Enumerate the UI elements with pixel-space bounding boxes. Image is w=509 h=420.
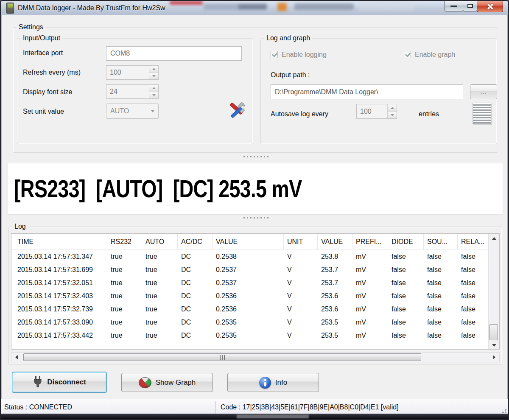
scroll-right-button[interactable] [489,353,499,362]
spin-down-button[interactable] [149,73,158,80]
info-icon [259,377,271,389]
table-cell: false [388,263,424,276]
chevron-up-icon [152,87,156,89]
horizontal-scroll-thumb[interactable] [23,353,421,361]
interface-port-input[interactable]: COM8 [106,46,242,61]
chevron-down-icon [147,110,158,112]
table-cell: true [107,289,142,302]
maximize-icon [467,4,473,8]
chevron-down-icon [152,94,156,96]
output-path-value: D:\Programme\DMM Data Logger\ [275,88,378,96]
chevron-down-icon [152,75,156,77]
table-row[interactable]: 2015.03.14 17:57:31.699truetrueDC0.2537V… [11,263,499,276]
table-cell: false [458,289,488,302]
table-row[interactable]: 2015.03.14 17:57:33.442truetrueDC0.2535V… [11,329,499,342]
table-cell: 253.8 [318,250,352,263]
display-font-size-label: Display font size [23,88,73,96]
column-header[interactable]: RS232 [107,234,142,249]
table-cell: false [424,263,458,276]
column-header[interactable]: UNIT [284,234,318,249]
background-window-blur [277,3,287,11]
table-cell: mV [352,289,388,302]
table-cell: true [142,289,178,302]
splitter-handle[interactable] [243,217,268,218]
table-cell: false [458,276,488,289]
autosave-stepper[interactable]: 100 [356,104,397,119]
column-header[interactable]: AUTO [142,234,178,249]
column-header[interactable]: RELA... [458,234,488,249]
output-path-input[interactable]: D:\Programme\DMM Data Logger\ [271,84,463,99]
table-cell: DC [178,329,213,342]
vertical-scroll-thumb[interactable] [489,324,498,340]
table-row[interactable]: 2015.03.14 17:57:32.739truetrueDC0.2536V… [11,302,499,316]
table-cell: 253.5 [318,316,352,329]
column-header[interactable]: AC/DC [178,234,213,249]
table-cell: false [424,250,458,263]
set-unit-value-select[interactable]: AUTO [106,104,159,119]
column-header[interactable]: SOU... [424,234,458,249]
spin-up-button[interactable] [388,104,397,111]
disconnect-button-label: Disconnect [47,378,86,386]
table-row[interactable]: 2015.03.14 17:57:31.347truetrueDC0.2538V… [11,250,499,263]
column-header[interactable]: DIODE [388,234,424,249]
table-cell: 2015.03.14 17:57:31.699 [11,263,107,276]
enable-graph-checkbox[interactable] [404,51,411,58]
vertical-scrollbar[interactable] [488,234,499,350]
table-row[interactable]: 2015.03.14 17:57:33.090truetrueDC0.2535V… [11,316,499,329]
show-graph-button[interactable]: Show Graph [121,373,213,392]
connection-status: Status : CONNECTED [4,403,72,411]
window-bottom-frame [1,414,508,419]
table-cell: 0.2535 [213,329,284,342]
table-row[interactable]: 2015.03.14 17:57:32.051truetrueDC0.2537V… [11,276,499,289]
column-header[interactable]: TIME [11,234,107,249]
table-cell: V [284,263,318,276]
display-font-size-stepper[interactable]: 24 [106,84,159,99]
table-cell: V [284,302,318,316]
table-cell: true [107,316,142,329]
minimize-button[interactable] [445,1,463,11]
table-cell: V [284,329,318,342]
app-window: DMM Data logger - Made By TrustFm for Hw… [0,0,509,420]
table-cell: 2015.03.14 17:57:33.442 [11,329,107,342]
table-cell: false [388,329,424,342]
table-cell: 2015.03.14 17:57:32.403 [11,289,107,302]
spin-up-button[interactable] [149,66,158,73]
table-cell: true [142,250,178,263]
refresh-every-stepper[interactable]: 100 [106,65,159,80]
status-bar: Status : CONNECTED Code : 17|25|3B|43|5E… [1,399,508,415]
table-cell: 0.2536 [213,302,284,316]
scroll-left-button[interactable] [11,353,22,362]
info-button[interactable]: Info [227,373,319,392]
horizontal-scrollbar[interactable] [11,352,500,362]
title-bar[interactable]: DMM Data logger - Made By TrustFm for Hw… [1,1,508,15]
scroll-up-button[interactable] [489,234,499,243]
scroll-down-button[interactable] [489,341,499,350]
table-body: 2015.03.14 17:57:31.347truetrueDC0.2538V… [11,250,499,342]
splitter-handle[interactable] [243,156,268,157]
close-button[interactable] [477,1,503,12]
table-cell: 2015.03.14 17:57:32.739 [11,302,107,316]
table-cell: DC [178,263,213,276]
table-cell: false [388,276,424,289]
table-cell: false [458,329,488,342]
table-cell: 253.7 [318,263,352,276]
column-header[interactable]: PREFI... [352,234,388,249]
table-cell: true [107,302,142,316]
measurement-display-panel: [RS233] [AUTO] [DC] 253.5 mV [8,163,503,215]
table-cell: false [388,316,424,329]
enable-logging-checkbox[interactable] [271,51,278,58]
column-header[interactable]: VALUE [213,234,284,249]
table-cell: false [458,250,488,263]
browse-button[interactable]: ... [470,84,497,99]
disconnect-button[interactable]: Disconnect [12,372,107,393]
table-cell: false [424,329,458,342]
column-header[interactable]: VALUE [318,234,352,249]
spin-down-button[interactable] [149,92,158,99]
resize-grip[interactable] [501,408,506,413]
table-row[interactable]: 2015.03.14 17:57:32.403truetrueDC0.2536V… [11,289,499,302]
refresh-every-label: Refresh every (ms) [23,69,81,76]
maximize-button[interactable] [463,1,477,11]
spin-down-button[interactable] [388,111,397,118]
table-cell: DC [178,302,213,316]
spin-up-button[interactable] [149,85,158,92]
